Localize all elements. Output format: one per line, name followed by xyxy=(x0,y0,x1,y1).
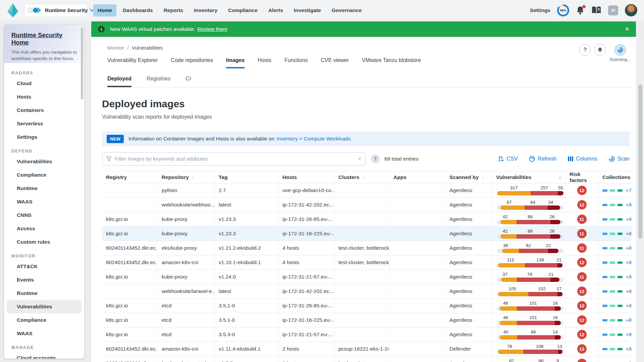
banner-close-icon[interactable]: × xyxy=(625,25,629,33)
csv-button[interactable]: CSV xyxy=(498,156,518,162)
risk-factor-badge[interactable]: 12 xyxy=(577,315,587,325)
column-header-hosts[interactable]: Hosts xyxy=(278,171,334,183)
sidebar-item-runtime[interactable]: Runtime xyxy=(7,182,82,195)
column-header-vulnerabilities[interactable]: Vulnerabilities↓ xyxy=(492,171,565,183)
filter-clear-icon[interactable]: × xyxy=(358,156,361,162)
sidebar-item-serverless[interactable]: Serverless xyxy=(7,117,82,130)
page-scrollbar-thumb[interactable] xyxy=(638,84,642,239)
column-header-tag[interactable]: Tag xyxy=(214,171,278,183)
table-row[interactable]: 602401143452.dkr.ec...amazon-k8s-cniv1.1… xyxy=(102,342,632,356)
risk-factor-badge[interactable]: 12 xyxy=(577,330,587,339)
nav-inventory[interactable]: Inventory xyxy=(190,4,222,16)
collections-more-link[interactable]: +8 xyxy=(626,202,632,208)
sort-icon[interactable]: ↓↑ xyxy=(192,175,194,179)
risk-factor-badge[interactable]: 12 xyxy=(577,186,587,195)
risk-factor-badge[interactable]: 11 xyxy=(577,272,587,282)
risk-factor-badge[interactable]: 11 xyxy=(577,215,587,224)
sidebar-item-access[interactable]: Access xyxy=(7,222,82,235)
filter-help-button[interactable]: ? xyxy=(371,155,380,163)
subtab-deployed[interactable]: Deployed xyxy=(107,76,131,87)
nav-governance[interactable]: Governance xyxy=(327,4,366,16)
sort-desc-icon[interactable]: ↓ xyxy=(558,174,561,180)
documentation-button[interactable] xyxy=(591,6,601,15)
collections-more-link[interactable]: +8 xyxy=(626,288,632,294)
scanning-button[interactable] xyxy=(614,44,626,56)
sidebar-item-runtime[interactable]: Runtime xyxy=(7,287,82,300)
sidebar-item-waas[interactable]: WAAS xyxy=(7,327,82,340)
refresh-button[interactable]: Refresh xyxy=(529,156,556,162)
column-header-risk-factors[interactable]: Risk factors xyxy=(565,171,598,183)
sidebar-item-att-ck[interactable]: ATT&CK xyxy=(7,260,82,273)
collections-more-link[interactable]: +8 xyxy=(626,231,632,237)
sidebar-item-cloud-accounts[interactable]: Cloud accounts xyxy=(7,351,82,359)
sidebar-item-compliance[interactable]: Compliance xyxy=(7,313,82,327)
sidebar-item-compliance[interactable]: Compliance xyxy=(7,168,82,182)
nav-compliance[interactable]: Compliance xyxy=(224,4,262,16)
tab-vulnerability-explorer[interactable]: Vulnerability Explorer xyxy=(107,57,158,68)
table-row[interactable]: webhooksite/laravel-e...latestip-172-31-… xyxy=(102,284,632,299)
sort-icon[interactable]: ↓↑ xyxy=(481,175,484,179)
nav-home[interactable]: Home xyxy=(93,4,116,16)
tab-images[interactable]: Images xyxy=(226,57,245,68)
table-row[interactable]: 602401143452.dkr.ec...eks/kube-proxyv1.2… xyxy=(102,241,632,255)
sidebar-item-containers[interactable]: Containers xyxy=(7,104,82,117)
sidebar-item-settings[interactable]: Settings xyxy=(7,130,82,144)
table-row[interactable]: python2.7uve-gcp-debian10-co...Agentless… xyxy=(102,183,632,198)
sidebar-title[interactable]: Runtime Security Home xyxy=(11,32,77,46)
risk-factor-badge[interactable]: 11 xyxy=(577,229,587,238)
collections-more-link[interactable]: +7 xyxy=(626,187,632,193)
table-row[interactable]: 328549459982.dkr.ec...bottlerocket-contr… xyxy=(102,356,632,362)
sidebar-scrollbar[interactable] xyxy=(81,27,83,100)
banner-review-link[interactable]: Review them xyxy=(197,26,227,32)
columns-button[interactable]: Columns xyxy=(568,156,597,162)
table-row[interactable]: k8s.gcr.ioetcd3.5.1-0ip-172-31-16-225.eu… xyxy=(102,313,632,327)
sidebar-item-vulnerabilities[interactable]: Vulnerabilities xyxy=(7,300,82,313)
tab-vmware-tanzu-blobstore[interactable]: VMware Tanzu blobstore xyxy=(362,57,421,68)
collections-more-link[interactable]: +8 xyxy=(626,360,632,362)
risk-factor-badge[interactable]: 12 xyxy=(577,359,587,362)
sidebar-item-hosts[interactable]: Hosts xyxy=(7,90,82,104)
workspace-switcher[interactable]: Runtime Security xyxy=(24,4,87,17)
page-scrollbar-track[interactable] xyxy=(637,41,644,362)
notifications-button[interactable] xyxy=(576,6,585,15)
table-row[interactable]: k8s.gcr.iokube-proxyv1.23.3ip-172-31-16-… xyxy=(102,227,632,241)
collections-more-link[interactable]: +8 xyxy=(626,245,632,251)
collections-more-link[interactable]: +8 xyxy=(626,331,632,338)
help-button[interactable]: ? xyxy=(579,44,591,56)
column-header-collections[interactable]: Collections xyxy=(598,171,632,183)
ai-assistant-button[interactable]: AI xyxy=(608,5,618,15)
sidebar-item-cloud[interactable]: Cloud xyxy=(7,77,82,90)
breadcrumb-current[interactable]: Vulnerabilities xyxy=(132,45,163,51)
sidebar-item-waas[interactable]: WAAS xyxy=(7,195,82,208)
table-row[interactable]: 602401143452.dkr.ec...amazon-k8s-cniv1.1… xyxy=(102,255,632,270)
nav-alerts[interactable]: Alerts xyxy=(264,4,287,16)
column-header-apps[interactable]: Apps xyxy=(389,171,445,183)
filter-input[interactable] xyxy=(115,156,358,162)
collections-more-link[interactable]: +8 xyxy=(626,303,632,309)
tab-cve-viewer[interactable]: CVE viewer xyxy=(321,57,349,68)
column-header-repository[interactable]: Repository↓↑ xyxy=(157,171,214,183)
risk-factor-badge[interactable]: 12 xyxy=(577,200,587,209)
user-avatar[interactable] xyxy=(625,4,637,16)
table-row[interactable]: k8s.gcr.ioetcd3.5.3-0ip-172-31-21-57.eu-… xyxy=(102,327,632,342)
notice-inventory-link[interactable]: Inventory > Compute Workloads xyxy=(276,136,351,142)
table-row[interactable]: webhooksite/webhoo...latestip-172-31-42-… xyxy=(102,198,632,212)
credits-gauge[interactable]: 86% xyxy=(557,4,569,16)
subtab-ci[interactable]: CI xyxy=(185,76,191,87)
risk-factor-badge[interactable]: 13 xyxy=(577,344,587,354)
scan-button[interactable]: Scan xyxy=(609,156,630,162)
alerts-bell-button[interactable] xyxy=(594,44,606,56)
sidebar-item-custom-rules[interactable]: Custom rules xyxy=(7,235,82,249)
settings-link[interactable]: Settings xyxy=(530,7,550,13)
column-header-clusters[interactable]: Clusters↓↑ xyxy=(334,171,389,183)
risk-factor-badge[interactable]: 12 xyxy=(577,301,587,310)
sidebar-item-vulnerabilities[interactable]: Vulnerabilities xyxy=(7,155,82,168)
nav-dashboards[interactable]: Dashboards xyxy=(118,4,157,16)
collections-more-link[interactable]: +8 xyxy=(626,259,632,265)
table-row[interactable]: k8s.gcr.iokube-proxyv1.23.3ip-172-31-26-… xyxy=(102,212,632,227)
nav-investigate[interactable]: Investigate xyxy=(289,4,325,16)
table-row[interactable]: k8s.gcr.ioetcd3.5.1-0ip-172-31-26-85.eu-… xyxy=(102,299,632,313)
tab-hosts[interactable]: Hosts xyxy=(258,57,271,68)
risk-factor-badge[interactable]: 11 xyxy=(577,243,587,253)
tab-code-repositories[interactable]: Code repositories xyxy=(171,57,213,68)
